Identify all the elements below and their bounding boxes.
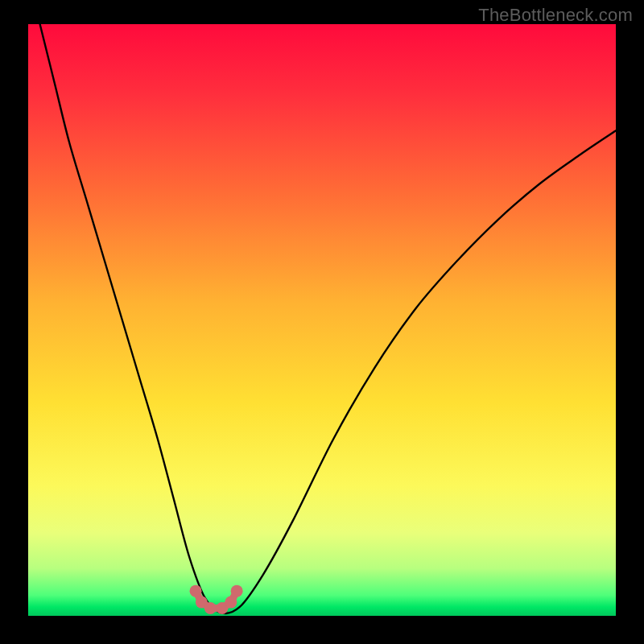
optimal-zone-marker [225,597,237,609]
optimal-zone-marker [190,585,202,597]
bottleneck-curve-chart [0,0,644,644]
watermark-label: TheBottleneck.com [478,5,633,26]
chart-root: TheBottleneck.com [0,0,644,644]
gradient-background [28,24,616,616]
optimal-zone-marker [204,602,217,614]
optimal-zone-marker [231,585,243,597]
